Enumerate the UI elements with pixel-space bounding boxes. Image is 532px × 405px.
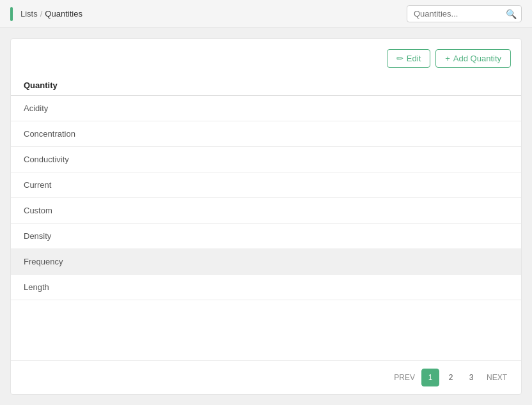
page-button-2[interactable]: 2 (442, 369, 460, 386)
quantity-cell: Frequency (11, 249, 521, 275)
quantity-cell: Acidity (11, 96, 521, 121)
quantity-cell: Density (11, 224, 521, 249)
add-label: Add Quantity (453, 54, 501, 63)
table-container: Quantity AcidityConcentrationConductivit… (11, 75, 521, 360)
table-row[interactable]: Current (11, 172, 521, 198)
quantity-cell: Current (11, 172, 521, 198)
search-input[interactable] (407, 5, 522, 22)
table-row[interactable]: Custom (11, 198, 521, 224)
breadcrumb: Lists / Quantities (10, 7, 82, 21)
next-button[interactable]: NEXT (483, 371, 511, 385)
breadcrumb-separator: / (40, 9, 43, 19)
plus-icon: + (445, 54, 450, 63)
quantities-table: Quantity AcidityConcentrationConductivit… (11, 75, 521, 300)
table-row[interactable]: Concentration (11, 121, 521, 147)
table-row[interactable]: Frequency (11, 249, 521, 275)
quantity-cell: Length (11, 275, 521, 300)
breadcrumb-current: Quantities (45, 9, 82, 19)
edit-button[interactable]: ✏ Edit (387, 49, 430, 68)
add-quantity-button[interactable]: + Add Quantity (435, 49, 511, 68)
table-header-row: Quantity (11, 75, 521, 96)
page-button-1[interactable]: 1 (421, 369, 439, 386)
breadcrumb-parent[interactable]: Lists (20, 9, 38, 19)
column-header-quantity: Quantity (11, 75, 521, 96)
table-row[interactable]: Length (11, 275, 521, 300)
table-row[interactable]: Density (11, 224, 521, 249)
brand-indicator (10, 7, 13, 21)
search-wrapper: 🔍 (407, 5, 522, 22)
quantity-cell: Conductivity (11, 147, 521, 172)
quantity-cell: Custom (11, 198, 521, 224)
edit-label: Edit (407, 54, 421, 63)
toolbar: ✏ Edit + Add Quantity (11, 39, 521, 75)
page-button-3[interactable]: 3 (462, 369, 480, 386)
edit-icon: ✏ (396, 54, 403, 63)
quantity-cell: Concentration (11, 121, 521, 147)
table-row[interactable]: Acidity (11, 96, 521, 121)
pagination: PREV 123 NEXT (11, 360, 521, 394)
prev-button[interactable]: PREV (390, 371, 419, 385)
table-row[interactable]: Conductivity (11, 147, 521, 172)
header: Lists / Quantities 🔍 (0, 0, 532, 28)
main-panel: ✏ Edit + Add Quantity Quantity AcidityCo… (10, 38, 522, 395)
